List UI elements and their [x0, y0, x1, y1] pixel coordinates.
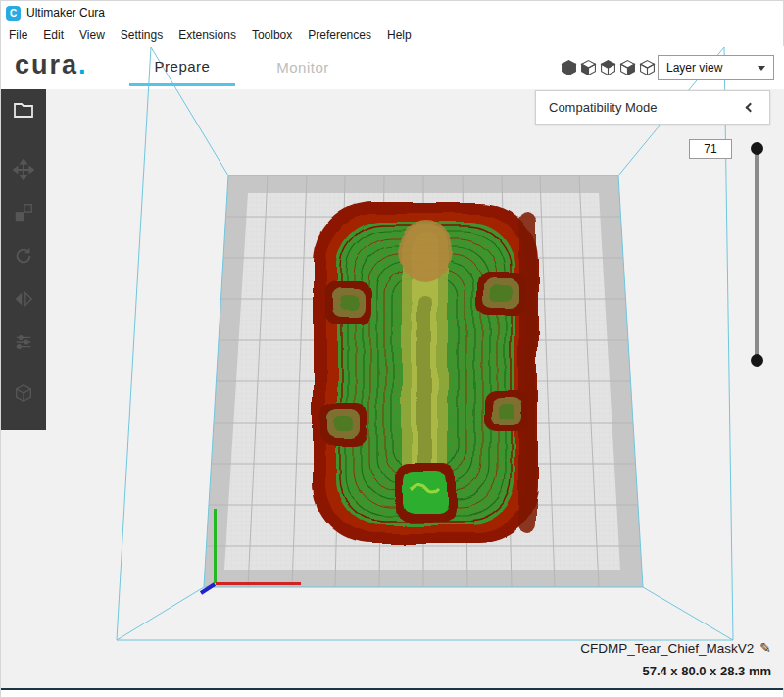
tab-monitor[interactable]: Monitor [264, 59, 342, 75]
view-left-icon[interactable] [619, 59, 636, 75]
edit-name-icon[interactable]: ✎ [760, 640, 771, 656]
model-info: CFDMP_Tear_Chief_MaskV2 ✎ 57.4 x 80.0 x … [580, 640, 771, 678]
open-file-button[interactable] [1, 89, 46, 134]
menu-preferences[interactable]: Preferences [300, 25, 379, 45]
camera-view-presets [561, 59, 656, 75]
viewport-3d[interactable] [1, 46, 784, 690]
toolbar-spacer [1, 134, 46, 150]
mirror-icon [13, 288, 34, 314]
menu-toolbox[interactable]: Toolbox [244, 25, 300, 45]
rotate-icon [13, 245, 34, 271]
model-name: CFDMP_Tear_Chief_MaskV2 [580, 641, 754, 656]
toolbar-spacer [1, 366, 46, 374]
view-right-icon[interactable] [639, 59, 656, 75]
compatibility-mode-label: Compatibility Mode [549, 100, 658, 115]
model-dimensions: 57.4 x 80.0 x 28.3 mm [580, 664, 771, 678]
view-mode-value: Layer view [666, 61, 722, 75]
left-toolbar [1, 89, 46, 430]
move-tool-button[interactable] [1, 150, 46, 193]
cura-app-icon-letter: C [10, 8, 17, 19]
menu-help[interactable]: Help [379, 25, 419, 45]
per-model-settings-icon [13, 331, 34, 357]
tab-prepare-underline [129, 83, 235, 86]
tab-prepare[interactable]: Prepare [129, 58, 235, 75]
layer-number-field[interactable]: 71 [689, 139, 732, 159]
menu-extensions[interactable]: Extensions [171, 25, 244, 45]
menu-view[interactable]: View [72, 25, 113, 45]
cura-logo-dot: . [78, 50, 88, 79]
scale-tool-button[interactable] [1, 193, 46, 236]
chevron-left-icon[interactable] [746, 103, 756, 113]
view-top-icon[interactable] [600, 59, 616, 75]
open-file-icon [12, 98, 35, 125]
scale-icon [13, 202, 34, 227]
per-model-settings-button[interactable] [1, 323, 46, 366]
app-window: C Ultimaker Cura File Edit View Settings… [0, 0, 784, 698]
window-bottom-edge [1, 688, 783, 690]
menu-bar: File Edit View Settings Extensions Toolb… [1, 25, 783, 46]
support-blocker-button[interactable] [1, 374, 46, 417]
model-mesh[interactable] [313, 202, 538, 543]
chevron-down-icon [758, 66, 765, 71]
view-mode-dropdown[interactable]: Layer view [658, 55, 774, 80]
menu-file[interactable]: File [1, 25, 35, 45]
mirror-tool-button[interactable] [1, 279, 46, 323]
move-icon [13, 159, 34, 184]
support-blocker-icon [13, 382, 34, 408]
title-bar: C Ultimaker Cura [1, 1, 783, 25]
cura-logo: cura. [15, 50, 88, 80]
view-3d-icon[interactable] [561, 59, 577, 75]
compatibility-mode-panel: Compatibility Mode [535, 90, 770, 125]
cura-app-icon: C [6, 6, 21, 21]
menu-edit[interactable]: Edit [35, 25, 72, 45]
cura-logo-text: cura [15, 50, 78, 79]
window-title: Ultimaker Cura [26, 6, 105, 20]
rotate-tool-button[interactable] [1, 236, 46, 279]
layer-slider-top-handle[interactable] [751, 142, 763, 155]
view-front-icon[interactable] [580, 59, 597, 75]
menu-settings[interactable]: Settings [113, 25, 171, 45]
layer-slider-bottom-handle[interactable] [751, 354, 763, 367]
layer-slider-track[interactable] [755, 148, 760, 360]
